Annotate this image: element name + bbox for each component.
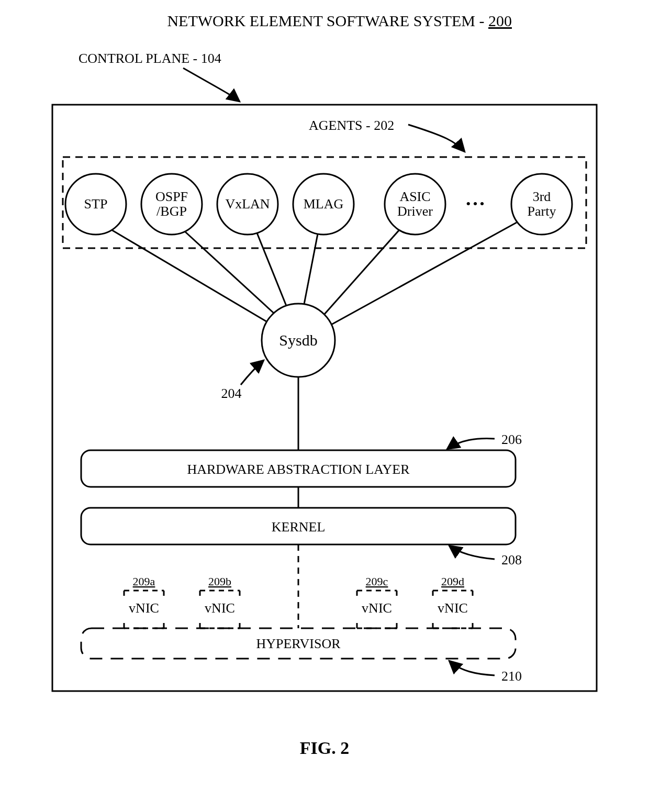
vnic-a: 209a vNIC bbox=[124, 575, 164, 628]
agents-arrow bbox=[408, 125, 465, 152]
agent-stp: STP bbox=[65, 174, 126, 235]
agent-mlag: MLAG bbox=[293, 174, 354, 235]
svg-text:209b: 209b bbox=[208, 575, 231, 588]
svg-line-22 bbox=[331, 223, 517, 325]
hal-ref-arrow bbox=[447, 439, 495, 449]
vnic-b: 209b vNIC bbox=[200, 575, 240, 628]
svg-line-17 bbox=[111, 230, 266, 321]
svg-text:STP: STP bbox=[84, 196, 108, 212]
svg-text:HYPERVISOR: HYPERVISOR bbox=[256, 636, 341, 651]
svg-line-21 bbox=[324, 230, 399, 314]
hypervisor-box: HYPERVISOR bbox=[81, 628, 516, 659]
svg-text:vNIC: vNIC bbox=[205, 600, 235, 616]
agent-asic-driver: ASIC Driver bbox=[385, 174, 445, 235]
figure-caption: FIG. 2 bbox=[300, 738, 349, 758]
svg-text:ASIC: ASIC bbox=[399, 189, 430, 204]
diagram-svg: NETWORK ELEMENT SOFTWARE SYSTEM - 200 CO… bbox=[0, 0, 649, 812]
svg-line-20 bbox=[304, 234, 318, 304]
hypervisor-ref: 210 bbox=[501, 669, 522, 684]
svg-line-19 bbox=[257, 233, 286, 306]
vnic-c: 209c vNIC bbox=[357, 575, 397, 628]
control-plane-arrow bbox=[183, 68, 240, 102]
agents-label: AGENTS - 202 bbox=[309, 118, 394, 133]
svg-text:Driver: Driver bbox=[397, 204, 433, 219]
sysdb-ref-arrow bbox=[241, 360, 264, 385]
agents-ellipsis: ••• bbox=[466, 196, 486, 212]
agent-vxlan: VxLAN bbox=[217, 174, 278, 235]
kernel-box: KERNEL bbox=[81, 508, 516, 544]
hal-box: HARDWARE ABSTRACTION LAYER bbox=[81, 450, 516, 487]
svg-text:OSPF: OSPF bbox=[155, 189, 188, 204]
svg-text:vNIC: vNIC bbox=[129, 600, 159, 616]
svg-text:vNIC: vNIC bbox=[362, 600, 392, 616]
svg-text:3rd: 3rd bbox=[533, 189, 551, 204]
sysdb-ref: 204 bbox=[221, 386, 242, 401]
svg-text:209d: 209d bbox=[441, 575, 464, 588]
agent-ospf-bgp: OSPF /BGP bbox=[141, 174, 202, 235]
sysdb-node: Sysdb bbox=[262, 304, 335, 377]
hal-ref: 206 bbox=[501, 432, 522, 447]
hypervisor-ref-arrow bbox=[449, 661, 495, 675]
svg-text:MLAG: MLAG bbox=[304, 196, 344, 212]
svg-text:Sysdb: Sysdb bbox=[279, 331, 317, 349]
svg-line-18 bbox=[185, 231, 274, 313]
svg-text:VxLAN: VxLAN bbox=[225, 196, 270, 212]
page-title: NETWORK ELEMENT SOFTWARE SYSTEM - 200 bbox=[167, 12, 512, 29]
kernel-ref: 208 bbox=[501, 552, 522, 568]
kernel-ref-arrow bbox=[449, 546, 495, 559]
svg-text:209a: 209a bbox=[133, 575, 155, 588]
svg-text:Party: Party bbox=[528, 204, 556, 219]
svg-text:vNIC: vNIC bbox=[438, 600, 468, 616]
control-plane-label: CONTROL PLANE - 104 bbox=[79, 51, 221, 66]
svg-text:KERNEL: KERNEL bbox=[272, 519, 326, 535]
vnic-d: 209d vNIC bbox=[433, 575, 473, 628]
svg-text:HARDWARE ABSTRACTION LAYER: HARDWARE ABSTRACTION LAYER bbox=[187, 462, 410, 477]
svg-text:/BGP: /BGP bbox=[156, 204, 187, 219]
agent-3rd-party: 3rd Party bbox=[511, 174, 572, 235]
svg-text:209c: 209c bbox=[366, 575, 388, 588]
